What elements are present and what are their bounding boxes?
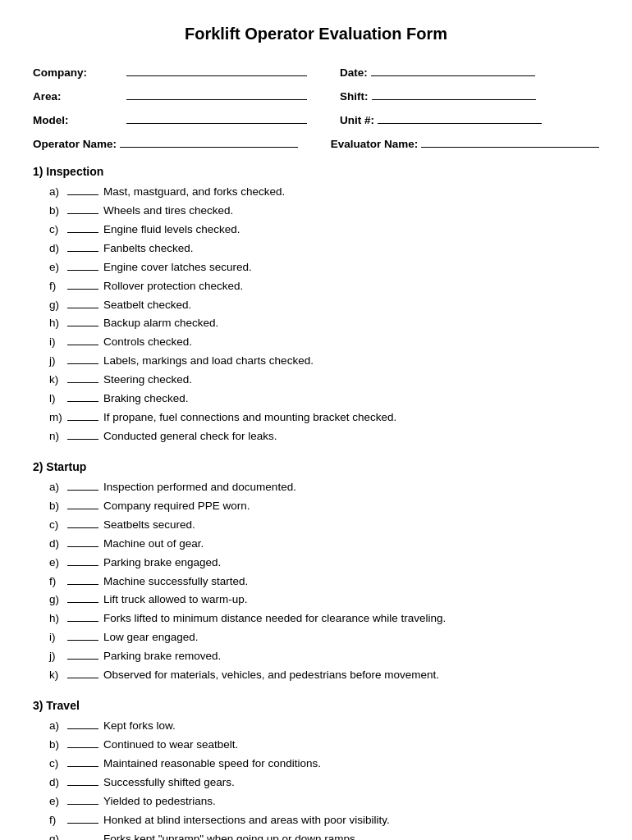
section-2: 2) Startupa)Inspection performed and doc… bbox=[33, 460, 599, 684]
section-1-number: 1) bbox=[33, 165, 43, 178]
header-fields: Company: Date: Area: Shift: Model: Unit … bbox=[33, 63, 599, 150]
item-letter: h) bbox=[49, 315, 67, 332]
list-item: j)Labels, markings and load charts check… bbox=[49, 353, 599, 370]
list-item: j)Parking brake removed. bbox=[49, 648, 599, 665]
item-blank[interactable] bbox=[67, 221, 98, 233]
model-label: Model: bbox=[33, 114, 123, 126]
item-blank[interactable] bbox=[67, 334, 98, 345]
list-item: a)Mast, mastguard, and forks checked. bbox=[49, 184, 599, 201]
item-blank[interactable] bbox=[67, 667, 98, 678]
item-text: Braking checked. bbox=[103, 390, 189, 408]
page-title: Forklift Operator Evaluation Form bbox=[33, 25, 599, 43]
list-item: a)Kept forks low. bbox=[49, 718, 599, 735]
item-blank[interactable] bbox=[67, 718, 98, 729]
item-blank[interactable] bbox=[67, 409, 98, 421]
item-blank[interactable] bbox=[67, 184, 98, 195]
shift-input[interactable] bbox=[372, 87, 536, 100]
list-item: i)Low gear engaged. bbox=[49, 629, 599, 646]
item-blank[interactable] bbox=[67, 240, 98, 252]
item-blank[interactable] bbox=[67, 555, 98, 566]
item-blank[interactable] bbox=[67, 648, 98, 660]
item-letter: c) bbox=[49, 517, 67, 534]
item-blank[interactable] bbox=[67, 498, 98, 509]
list-item: h)Backup alarm checked. bbox=[49, 315, 599, 332]
list-item: e)Parking brake engaged. bbox=[49, 555, 599, 572]
item-text: Lift truck allowed to warm-up. bbox=[103, 591, 248, 609]
item-text: Rollover protection checked. bbox=[103, 278, 243, 295]
item-letter: d) bbox=[49, 240, 67, 258]
operator-input[interactable] bbox=[120, 135, 298, 148]
item-blank[interactable] bbox=[67, 756, 98, 767]
list-item: d)Fanbelts checked. bbox=[49, 240, 599, 258]
item-text: Honked at blind intersections and areas … bbox=[103, 812, 390, 829]
operator-label: Operator Name: bbox=[33, 138, 117, 150]
item-blank[interactable] bbox=[67, 315, 98, 326]
item-blank[interactable] bbox=[67, 428, 98, 440]
item-blank[interactable] bbox=[67, 793, 98, 805]
item-blank[interactable] bbox=[67, 203, 98, 214]
section-2-number: 2) bbox=[33, 460, 43, 473]
evaluator-input[interactable] bbox=[421, 135, 599, 148]
item-text: Conducted general check for leaks. bbox=[103, 428, 277, 445]
item-letter: b) bbox=[49, 203, 67, 220]
section-1: 1) Inspectiona)Mast, mastguard, and fork… bbox=[33, 165, 599, 445]
unit-input[interactable] bbox=[378, 111, 542, 124]
item-text: Maintained reasonable speed for conditio… bbox=[103, 756, 321, 773]
item-blank[interactable] bbox=[67, 259, 98, 271]
item-text: Parking brake engaged. bbox=[103, 555, 221, 572]
item-blank[interactable] bbox=[67, 278, 98, 290]
item-text: Engine cover latches secured. bbox=[103, 259, 252, 276]
item-letter: i) bbox=[49, 629, 67, 646]
item-blank[interactable] bbox=[67, 591, 98, 603]
item-blank[interactable] bbox=[67, 536, 98, 547]
item-blank[interactable] bbox=[67, 372, 98, 383]
item-letter: b) bbox=[49, 737, 67, 754]
item-letter: b) bbox=[49, 498, 67, 515]
item-blank[interactable] bbox=[67, 390, 98, 402]
item-letter: j) bbox=[49, 353, 67, 370]
company-input[interactable] bbox=[126, 63, 307, 76]
item-text: Machine successfully started. bbox=[103, 573, 248, 591]
item-text: Parking brake removed. bbox=[103, 648, 221, 665]
item-blank[interactable] bbox=[67, 573, 98, 585]
item-text: Wheels and tires checked. bbox=[103, 203, 233, 220]
item-text: Machine out of gear. bbox=[103, 536, 204, 553]
date-input[interactable] bbox=[371, 63, 535, 76]
item-letter: n) bbox=[49, 428, 67, 445]
item-blank[interactable] bbox=[67, 353, 98, 364]
item-text: Controls checked. bbox=[103, 334, 192, 351]
company-date-row: Company: Date: bbox=[33, 63, 599, 79]
item-letter: c) bbox=[49, 221, 67, 239]
item-letter: d) bbox=[49, 774, 67, 792]
item-blank[interactable] bbox=[67, 610, 98, 622]
item-letter: a) bbox=[49, 718, 67, 735]
item-blank[interactable] bbox=[67, 517, 98, 528]
item-letter: f) bbox=[49, 573, 67, 591]
item-blank[interactable] bbox=[67, 831, 98, 840]
area-input[interactable] bbox=[126, 87, 307, 100]
list-item: d)Machine out of gear. bbox=[49, 536, 599, 553]
item-text: Forks kept "upramp" when going up or dow… bbox=[103, 831, 359, 840]
section-1-title: Inspection bbox=[43, 165, 103, 178]
item-blank[interactable] bbox=[67, 629, 98, 641]
item-text: Low gear engaged. bbox=[103, 629, 199, 646]
model-input[interactable] bbox=[126, 111, 307, 124]
item-letter: e) bbox=[49, 259, 67, 276]
section-3-number: 3) bbox=[33, 699, 43, 712]
item-blank[interactable] bbox=[67, 774, 98, 786]
item-letter: e) bbox=[49, 555, 67, 572]
item-blank[interactable] bbox=[67, 297, 98, 308]
section-3-title: Travel bbox=[43, 699, 79, 712]
section-2-list: a)Inspection performed and documented.b)… bbox=[33, 479, 599, 684]
item-letter: g) bbox=[49, 297, 67, 314]
section-3-list: a)Kept forks low.b)Continued to wear sea… bbox=[33, 718, 599, 840]
list-item: b)Continued to wear seatbelt. bbox=[49, 737, 599, 754]
shift-label: Shift: bbox=[340, 90, 369, 103]
item-text: Backup alarm checked. bbox=[103, 315, 218, 332]
item-blank[interactable] bbox=[67, 812, 98, 824]
unit-label: Unit #: bbox=[340, 114, 374, 126]
list-item: e)Engine cover latches secured. bbox=[49, 259, 599, 276]
sections-container: 1) Inspectiona)Mast, mastguard, and fork… bbox=[33, 165, 599, 840]
item-blank[interactable] bbox=[67, 479, 98, 491]
item-blank[interactable] bbox=[67, 737, 98, 748]
